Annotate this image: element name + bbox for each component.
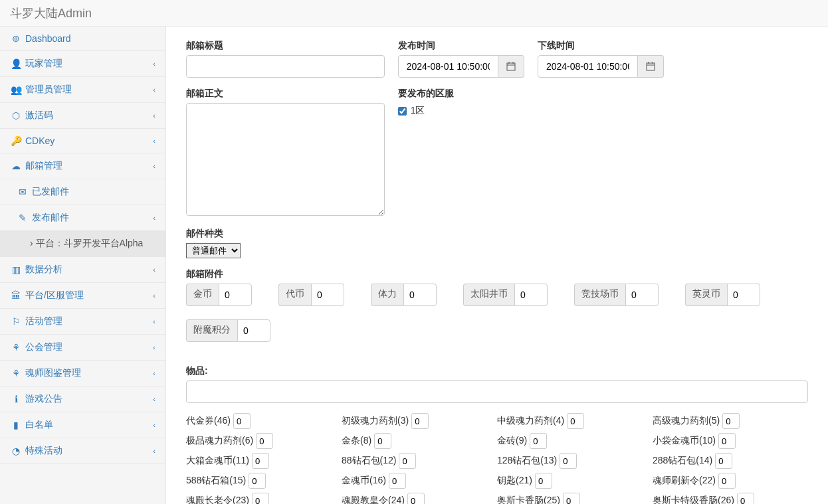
calendar-icon[interactable] (498, 55, 524, 78)
item-quantity-input[interactable] (530, 433, 547, 449)
menu-icon: 👤 (10, 58, 22, 69)
mailbox-title-label: 邮箱标题 (186, 40, 385, 52)
sidebar-item[interactable]: ✎发布邮件‹ (0, 205, 165, 230)
offline-time-input[interactable] (538, 55, 638, 78)
chevron-left-icon: ‹ (153, 447, 155, 455)
sidebar-item[interactable]: ▥数据分析‹ (0, 257, 165, 282)
sidebar-item[interactable]: ⚘公会管理‹ (0, 335, 165, 360)
item-quantity-input[interactable] (389, 473, 406, 489)
chevron-left-icon: ‹ (153, 343, 155, 351)
sidebar-item[interactable]: 👥管理员管理‹ (0, 77, 165, 102)
item-quantity-input[interactable] (233, 413, 251, 429)
item-label: 中级魂力药剂(4) (497, 415, 564, 427)
sidebar-item[interactable]: ⚘魂师图鉴管理‹ (0, 361, 165, 386)
sidebar-item-label: 平台/区服管理 (25, 290, 84, 301)
menu-icon: ✉ (17, 187, 29, 197)
attachment-currency-label: 英灵币 (685, 284, 727, 306)
menu-icon: ☁ (10, 161, 22, 171)
menu-icon: ⚘ (10, 342, 22, 353)
sidebar-item[interactable]: ☁邮箱管理‹ (0, 153, 165, 179)
item-quantity-input[interactable] (374, 433, 391, 449)
mail-type-select[interactable]: 普通邮件 (186, 243, 241, 258)
item-label: 大箱金魂币(11) (186, 455, 249, 467)
sidebar-item[interactable]: ⬡激活码‹ (0, 103, 165, 128)
attachment-currency-input[interactable] (727, 284, 760, 306)
item-quantity-input[interactable] (722, 413, 740, 429)
menu-icon: ✎ (17, 212, 29, 223)
menu-icon: ◔ (10, 446, 22, 456)
sidebar-item[interactable]: 👤玩家管理‹ (0, 51, 165, 76)
item-quantity-input[interactable] (249, 473, 266, 489)
sidebar-active-item[interactable]: › 平台：斗罗开发平台Alpha (0, 231, 165, 256)
attachment-currency-label: 代币 (278, 284, 311, 306)
main-content: 邮箱标题 发布时间 下线时间 (166, 27, 828, 504)
attachment-currency-input[interactable] (219, 284, 252, 306)
item-quantity-input[interactable] (256, 433, 273, 449)
attachment-currency-input[interactable] (403, 284, 437, 306)
sidebar-item[interactable]: ⊚Dashboard (0, 27, 165, 50)
attachment-label: 邮箱附件 (186, 268, 808, 280)
sidebar-item[interactable]: 🏛平台/区服管理‹ (0, 283, 165, 308)
item-quantity-input[interactable] (560, 453, 577, 469)
item-quantity-input[interactable] (718, 473, 736, 489)
item-label: 代金券(46) (186, 415, 231, 427)
item-quantity-input[interactable] (252, 493, 269, 504)
chevron-left-icon: ‹ (153, 317, 155, 325)
chevron-left-icon: ‹ (153, 162, 155, 170)
item-label: 588钻石箱(15) (186, 475, 246, 487)
sidebar-item[interactable]: ⚐活动管理‹ (0, 309, 165, 334)
sidebar-item[interactable]: 🔑CDKey‹ (0, 129, 165, 153)
mailbox-title-input[interactable] (186, 55, 385, 78)
chevron-left-icon: ‹ (153, 137, 155, 145)
chevron-left-icon: ‹ (153, 60, 155, 68)
attachment-currency-input[interactable] (514, 284, 548, 306)
sidebar-item-label: 激活码 (25, 110, 53, 122)
item-quantity-input[interactable] (252, 453, 269, 469)
item-quantity-input[interactable] (399, 453, 416, 469)
chevron-left-icon: ‹ (153, 112, 155, 120)
sidebar-item-label: 玩家管理 (25, 58, 62, 70)
chevron-left-icon: ‹ (153, 292, 155, 299)
sidebar-item-label: 公会管理 (25, 341, 62, 353)
item-label: 高级魂力药剂(5) (653, 415, 720, 427)
sidebar-item-label: 数据分析 (25, 264, 62, 276)
items-label: 物品: (186, 365, 808, 377)
sidebar-item-label: 游戏公告 (25, 393, 62, 405)
item-quantity-input[interactable] (407, 493, 425, 504)
item-quantity-input[interactable] (715, 453, 732, 469)
mailbox-body-textarea[interactable] (186, 103, 385, 216)
sidebar-item[interactable]: ℹ游戏公告‹ (0, 386, 165, 412)
sidebar-item-label: 魂师图鉴管理 (25, 367, 81, 379)
menu-icon: 👥 (10, 84, 22, 95)
calendar-icon[interactable] (638, 55, 664, 78)
item-quantity-input[interactable] (737, 493, 754, 504)
menu-icon: ▮ (10, 420, 22, 430)
item-quantity-input[interactable] (718, 433, 736, 449)
sidebar-item[interactable]: ✉已发邮件 (0, 179, 165, 205)
menu-icon: ⚐ (10, 316, 22, 327)
item-label: 极品魂力药剂(6) (186, 435, 253, 447)
mail-type-label: 邮件种类 (186, 228, 808, 240)
item-label: 魂师刷新令(22) (653, 475, 716, 487)
attachment-currency-input[interactable] (311, 284, 344, 306)
item-quantity-input[interactable] (411, 413, 429, 429)
chevron-left-icon: ‹ (153, 214, 155, 222)
zone-checkbox[interactable] (398, 107, 407, 116)
chevron-left-icon: ‹ (153, 369, 155, 377)
app-brand: 斗罗大陆Admin (10, 5, 92, 21)
attachment-currency-input[interactable] (625, 284, 659, 306)
item-label: 魂殿长老令(23) (186, 495, 249, 504)
offline-time-label: 下线时间 (538, 40, 664, 52)
sidebar-item[interactable]: ◔特殊活动‹ (0, 438, 165, 463)
attachment-currency-input[interactable] (237, 319, 270, 342)
item-quantity-input[interactable] (567, 413, 584, 429)
svg-rect-4 (647, 63, 655, 70)
sidebar-item[interactable]: ▮白名单‹ (0, 412, 165, 438)
item-quantity-input[interactable] (563, 493, 580, 504)
item-label: 奥斯卡香肠(25) (497, 495, 560, 504)
item-label: 金条(8) (342, 435, 371, 447)
items-search-input[interactable] (186, 380, 808, 403)
item-quantity-input[interactable] (535, 473, 552, 489)
publish-time-input[interactable] (398, 55, 498, 78)
item-label: 288钻石包(14) (653, 455, 712, 467)
